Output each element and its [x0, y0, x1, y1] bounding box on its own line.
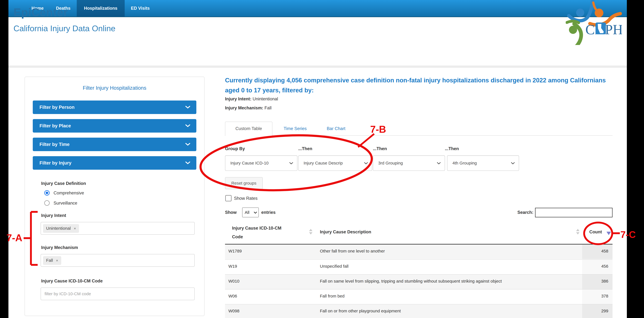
- icd-code-input[interactable]: [40, 288, 195, 300]
- mechanism-tag-chip: Fall×: [43, 256, 61, 265]
- cell-count: 456: [582, 260, 612, 274]
- app-subtitle: California Injury Data Online: [14, 24, 116, 33]
- grouping-select-3[interactable]: 3rd Grouping: [373, 155, 445, 171]
- app-title: EpiCenter: [14, 6, 68, 19]
- grouping-select-4[interactable]: 4th Grouping: [447, 155, 519, 171]
- column-header-count[interactable]: Count: [589, 230, 602, 234]
- sort-descending-icon[interactable]: [606, 232, 611, 235]
- count-value: 458: [601, 249, 608, 254]
- cell-description: Fall on same level from slipping, trippi…: [320, 279, 502, 284]
- reset-groups-button[interactable]: Reset groups: [225, 177, 263, 189]
- then-label-3: ...Then: [445, 146, 459, 151]
- accordion-filter-by-time[interactable]: Filter by Time: [33, 138, 196, 151]
- chevron-down-icon: [511, 162, 515, 164]
- applied-filter-value: Unintentional: [252, 96, 278, 101]
- accordion-label: Filter by Time: [40, 142, 70, 147]
- accordion-label: Filter by Injury: [40, 160, 72, 166]
- grouping-select-value: Injury Cause Descrip: [304, 161, 343, 165]
- table-row: W1789 Other fall from one level to anoth…: [225, 244, 612, 259]
- show-entries-suffix: entries: [261, 208, 276, 217]
- entries-length-select[interactable]: All: [242, 208, 259, 217]
- injury-mechanism-label: Injury Mechanism: [41, 245, 78, 250]
- cell-description: Fall from bed: [320, 294, 344, 298]
- cell-icd-code: W098: [228, 308, 239, 313]
- cell-icd-code: W1789: [228, 249, 242, 254]
- main-content: Currently displaying 4,056 comprehensive…: [225, 68, 613, 318]
- cell-count: 458: [582, 244, 612, 259]
- summary-heading: Currently displaying 4,056 comprehensive…: [225, 75, 611, 95]
- applied-filter-label: Injury Intent:: [225, 96, 252, 101]
- cell-count: 378: [582, 290, 612, 304]
- then-label-2: ...Then: [373, 146, 387, 151]
- accordion-filter-by-place[interactable]: Filter by Place: [33, 119, 196, 132]
- applied-filter-mechanism: Injury Mechanism: Fall: [225, 106, 272, 110]
- table-row: W098 Fall on or from other playground eq…: [225, 304, 612, 318]
- chevron-down-icon: [364, 162, 368, 164]
- sort-neutral-icon[interactable]: [576, 228, 580, 235]
- then-label-1: ...Then: [298, 146, 312, 151]
- radio-label: Comprehensive: [54, 190, 84, 196]
- cdph-logo: CDPH: [566, 0, 622, 45]
- count-value: 378: [601, 294, 608, 298]
- cell-icd-code: W19: [228, 264, 237, 269]
- radio-unselected-icon: [44, 200, 50, 206]
- grouping-select-value: 3rd Grouping: [378, 161, 403, 165]
- grouping-select-1[interactable]: Injury Cause ICD-10: [225, 155, 298, 171]
- table-row: W010 Fall on same level from slipping, t…: [225, 274, 612, 289]
- show-entries-prefix: Show: [225, 208, 237, 217]
- page: EpiCenter California Injury Data Online …: [8, 0, 627, 318]
- search-label: Search:: [517, 208, 534, 217]
- main-nav: Home Deaths Hospitalizations ED Visits: [8, 0, 627, 17]
- sort-neutral-icon[interactable]: [309, 228, 312, 235]
- search-input[interactable]: [535, 208, 612, 217]
- accordion-label: Filter by Place: [40, 123, 71, 128]
- filter-panel: Filter Injury Hospitalizations Filter by…: [24, 76, 204, 316]
- show-rates-label: Show Rates: [234, 195, 258, 202]
- count-value: 456: [601, 264, 608, 269]
- cell-icd-code: W06: [228, 294, 237, 298]
- cell-description: Unspecified fall: [320, 264, 348, 269]
- chevron-down-icon: [186, 106, 190, 109]
- column-header-description[interactable]: Injury Cause Description: [320, 230, 371, 234]
- cell-count: 386: [582, 274, 612, 289]
- icd-code-label: Injury Cause ICD-10-CM Code: [41, 278, 103, 284]
- intent-tag-label: Unintentional: [46, 226, 71, 230]
- column-header-icd-code[interactable]: Injury Cause ICD-10-CM Code: [232, 224, 292, 241]
- accordion-filter-by-injury[interactable]: Filter by Injury: [33, 156, 196, 170]
- remove-tag-icon[interactable]: ×: [56, 258, 58, 262]
- count-value: 299: [601, 308, 608, 313]
- chevron-down-icon: [437, 162, 441, 164]
- applied-filter-intent: Injury Intent: Unintentional: [225, 96, 278, 102]
- chevron-down-icon: [186, 143, 190, 146]
- cell-count: 299: [582, 304, 612, 318]
- radio-selected-icon: [44, 190, 50, 196]
- entries-select-value: All: [245, 210, 249, 215]
- remove-tag-icon[interactable]: ×: [74, 226, 76, 230]
- grouping-select-value: Injury Cause ICD-10: [230, 161, 268, 165]
- tab-custom-table[interactable]: Custom Table: [225, 122, 272, 136]
- nav-item-hospitalizations[interactable]: Hospitalizations: [77, 0, 125, 16]
- mechanism-tag-label: Fall: [46, 258, 53, 262]
- nav-item-ed-visits[interactable]: ED Visits: [125, 0, 156, 16]
- grouping-select-2[interactable]: Injury Cause Descrip: [298, 155, 372, 171]
- cell-description: Other fall from one level to another: [320, 249, 385, 254]
- group-by-label: Group By: [225, 146, 245, 151]
- injury-intent-label: Injury Intent: [41, 213, 66, 218]
- accordion-label: Filter by Person: [40, 104, 74, 110]
- chevron-down-icon: [186, 162, 190, 164]
- table-row: W19 Unspecified fall 456: [225, 260, 612, 274]
- show-rates-checkbox[interactable]: [225, 195, 232, 201]
- tab-time-series[interactable]: Time Series: [282, 122, 309, 136]
- chevron-down-icon: [254, 212, 257, 214]
- applied-filter-label: Injury Mechanism:: [225, 106, 263, 110]
- applied-filter-value: Fall: [264, 106, 272, 110]
- injury-mechanism-multiselect[interactable]: Fall×: [40, 254, 195, 267]
- count-value: 386: [601, 279, 608, 284]
- tab-bar-chart[interactable]: Bar Chart: [324, 122, 349, 136]
- filter-panel-title: Filter Injury Hospitalizations: [25, 85, 204, 91]
- grouping-select-value: 4th Grouping: [452, 161, 477, 165]
- accordion-filter-by-person[interactable]: Filter by Person: [33, 100, 196, 114]
- injury-intent-multiselect[interactable]: Unintentional×: [40, 222, 195, 235]
- chevron-down-icon: [289, 162, 293, 164]
- table-row: W06 Fall from bed 378: [225, 289, 612, 304]
